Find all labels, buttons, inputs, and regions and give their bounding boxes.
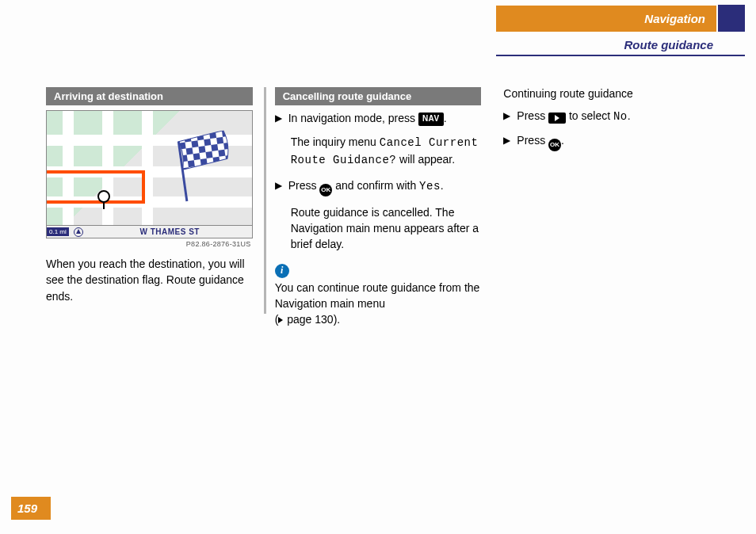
subsection-title: Route guidance — [496, 38, 745, 56]
option-text: Yes — [419, 180, 441, 193]
text: will appear. — [396, 153, 455, 166]
header-tab: Navigation — [496, 5, 745, 32]
compass-icon — [74, 227, 83, 237]
heading-arriving: Arriving at destination — [46, 87, 253, 105]
text: page 130). — [287, 313, 340, 326]
page-number: 159 — [11, 497, 51, 520]
arriving-paragraph: When you reach the destination, you will… — [46, 256, 253, 304]
step-press-ok-yes: ▶ Press OK and confirm with Yes. — [275, 177, 482, 196]
heading-cancelling: Cancelling route guidance — [275, 87, 482, 105]
info-note: i — [275, 262, 482, 278]
column-2: Cancelling route guidance ▶ In navigatio… — [275, 87, 482, 502]
step-text: In navigation mode, press — [288, 112, 418, 124]
cancelled-paragraph: Route guidance is cancelled. The Navigat… — [291, 204, 482, 253]
step-press-nav: ▶ In navigation mode, press NAV. — [275, 110, 482, 126]
ok-key-icon: OK — [548, 139, 561, 151]
figure-code: P82.86-2876-31US — [46, 240, 251, 248]
ok-key-icon: OK — [319, 184, 332, 196]
step-text: to select — [566, 109, 613, 122]
info-icon: i — [275, 264, 289, 278]
section-title: Navigation — [496, 6, 716, 32]
step-arrow-icon: ▶ — [275, 110, 282, 126]
map-status-bar: 0.1 mi W THAMES ST — [47, 225, 252, 238]
destination-flag-icon — [171, 129, 242, 204]
step-press-right-no: ▶ Press to select No. — [503, 108, 710, 124]
step-arrow-icon: ▶ — [503, 108, 510, 124]
thumb-index-marker — [718, 5, 745, 32]
map-scale: 0.1 mi — [47, 227, 69, 236]
info-text: You can continue route guidance from the… — [275, 280, 482, 328]
step-arrow-icon: ▶ — [503, 132, 510, 151]
step-text: . — [561, 134, 564, 147]
content-columns: Arriving at destination — [46, 87, 710, 502]
inquiry-paragraph: The inquiry menu Cancel Current Route Gu… — [291, 134, 482, 168]
column-3: Continuing route guidance ▶ Press to sel… — [503, 87, 710, 502]
step-text: . — [444, 112, 447, 124]
step-text: . — [628, 109, 631, 122]
step-text: Press — [517, 109, 548, 122]
step-text: Press — [288, 179, 320, 192]
step-text: . — [441, 179, 444, 192]
step-press-ok: ▶ Press OK. — [503, 132, 710, 151]
current-position-marker-icon — [97, 190, 110, 203]
right-key-icon — [548, 113, 566, 124]
step-arrow-icon: ▶ — [275, 177, 282, 196]
option-text: No — [613, 110, 628, 123]
map-illustration: 0.1 mi W THAMES ST — [46, 110, 253, 238]
step-text: Press — [517, 134, 548, 147]
map-street-name: W THAMES ST — [88, 227, 252, 236]
step-text: and confirm with — [332, 179, 419, 192]
nav-key-icon: NAV — [418, 113, 444, 126]
text: The inquiry menu — [291, 135, 380, 148]
text: You can continue route guidance from the… — [275, 281, 480, 310]
subheading-continuing: Continuing route guidance — [503, 87, 710, 100]
column-1: Arriving at destination — [46, 87, 253, 502]
map-figure: 0.1 mi W THAMES ST P82.86-2876-31US — [46, 110, 253, 248]
reference-triangle-icon — [278, 317, 283, 323]
